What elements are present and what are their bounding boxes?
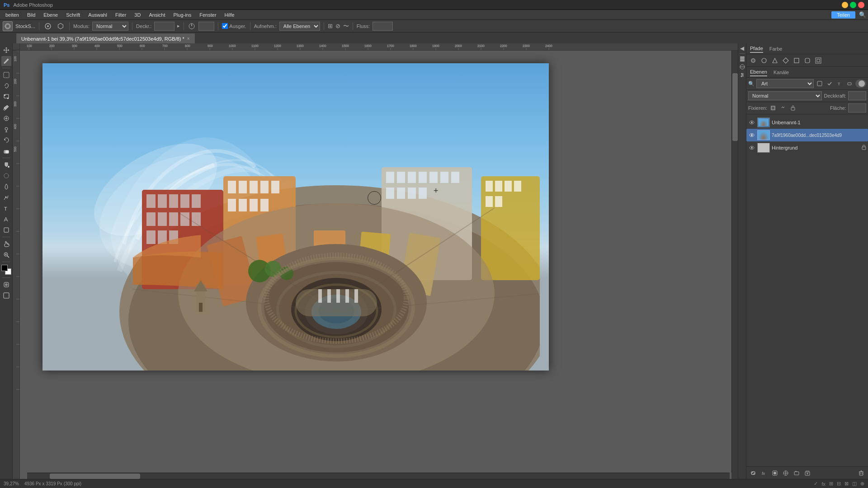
zoom-tool[interactable]	[1, 250, 11, 260]
tab-close-button[interactable]: ×	[187, 36, 190, 41]
menu-item-3d[interactable]: 3D	[131, 11, 144, 19]
fx-status-icon[interactable]: fx	[821, 481, 826, 487]
fx-btn[interactable]: fx	[759, 468, 769, 478]
healing-tool[interactable]	[1, 113, 11, 123]
fluss-input[interactable]: 100%	[373, 22, 393, 31]
eraser-tool[interactable]	[1, 146, 11, 156]
link-layers-btn[interactable]	[748, 468, 758, 478]
eyedropper-tool[interactable]	[1, 103, 11, 113]
search-icon[interactable]: 🔍	[859, 11, 866, 18]
adjustment-layer-btn[interactable]	[781, 468, 791, 478]
vertical-scrollbar[interactable]	[731, 51, 738, 473]
blur-tool[interactable]	[1, 171, 11, 181]
tab-ebenen[interactable]: Ebenen	[750, 68, 767, 76]
horizontal-scrollbar[interactable]	[27, 473, 730, 479]
rounded-rect-btn[interactable]	[802, 56, 812, 66]
layer-filter-icon4[interactable]	[845, 80, 854, 88]
collapse-panels-button[interactable]: ◀	[739, 45, 745, 52]
shape-tool[interactable]	[1, 225, 11, 235]
lasso-tool[interactable]	[1, 81, 11, 91]
quick-mask-tool[interactable]	[1, 280, 11, 290]
menu-item-hilfe[interactable]: Hilfe	[221, 11, 238, 19]
layer-item-1[interactable]: Unbenannt-1	[746, 116, 868, 129]
blend-mode-dropdown[interactable]: Normal Auflösen Abdunkeln Multiplizieren…	[748, 91, 822, 100]
rect-shape-btn[interactable]	[792, 56, 802, 66]
channels-icon-btn[interactable]	[739, 64, 745, 70]
crop-tool[interactable]	[1, 92, 11, 102]
brush-tool[interactable]	[1, 56, 11, 66]
mask-btn[interactable]	[770, 468, 780, 478]
path-select-tool[interactable]	[1, 214, 11, 224]
tab-kanale[interactable]: Kanäle	[774, 69, 789, 76]
delete-layer-btn[interactable]	[856, 468, 866, 478]
tab-farbe[interactable]: Farbe	[769, 45, 783, 52]
layer-filter-icon3[interactable]: T	[835, 80, 844, 88]
menu-item-ebene[interactable]: Ebene	[40, 11, 61, 19]
adjustment-icon-btn[interactable]	[739, 72, 745, 78]
document-tab[interactable]: Unbenannt-1 bei 39,3% (7a9f1960ae00dd9fc…	[16, 33, 195, 43]
menu-item-bild[interactable]: Bild	[24, 11, 39, 19]
correction-icon[interactable]: ✓	[814, 481, 818, 487]
layer-item-2[interactable]: 7a9f1960ae00dd...dec012503e4d9	[746, 129, 868, 141]
history-tool[interactable]	[1, 135, 11, 145]
aufnehm-dropdown[interactable]: Alle Ebenen Aktuelle Ebene	[279, 22, 320, 31]
hand-tool[interactable]	[1, 239, 11, 249]
tab-pfade[interactable]: Pfade	[750, 45, 763, 53]
layer-filter-icon1[interactable]	[816, 80, 824, 88]
status-icon-5[interactable]: ⊠	[844, 481, 849, 487]
layer-vis-btn-3[interactable]	[748, 144, 755, 151]
canvas-scroll-area[interactable]: +	[20, 51, 738, 479]
menu-item-auswahl[interactable]: Auswahl	[85, 11, 111, 19]
dodge-tool[interactable]	[1, 182, 11, 192]
modus-dropdown[interactable]: Normal Auflösen Abdunkeln	[92, 22, 128, 31]
maximize-button[interactable]	[850, 2, 856, 8]
deckr-input[interactable]: 100%	[154, 22, 175, 31]
new-frame-icon[interactable]: ⊞	[829, 481, 833, 487]
layer-item-3[interactable]: Hintergrund	[746, 141, 868, 154]
layer-filter-toggle[interactable]	[855, 80, 866, 88]
clone-tool[interactable]	[1, 124, 11, 134]
new-layer-btn-bottom[interactable]	[802, 468, 812, 478]
layer-filter-icon2[interactable]	[826, 80, 834, 88]
pen-tool[interactable]	[1, 192, 11, 202]
layer-vis-btn-1[interactable]	[748, 119, 755, 126]
status-icon-4[interactable]: ⊟	[837, 481, 841, 487]
new-layer-btn[interactable]	[748, 56, 758, 66]
circle-shape-btn[interactable]	[759, 56, 769, 66]
layer-vis-btn-2[interactable]	[748, 131, 755, 139]
lock-pos-btn[interactable]	[779, 104, 787, 112]
menu-item-fenster[interactable]: Fenster	[196, 11, 220, 19]
angle-input[interactable]: 0°	[198, 22, 214, 31]
screen-mode-tool[interactable]	[1, 291, 11, 300]
layer-filter-dropdown[interactable]: Art Name Effekt	[756, 79, 814, 88]
ausger-checkbox[interactable]: Ausger.	[222, 23, 246, 29]
lock-all-btn[interactable]	[789, 104, 797, 112]
close-button[interactable]	[858, 2, 864, 8]
menu-item-plugins[interactable]: Plug-ins	[170, 11, 195, 19]
h-scrollbar-thumb[interactable]	[50, 474, 140, 479]
symmetry-icon[interactable]: ⊞	[328, 23, 333, 29]
deckkraft-input[interactable]: 100%	[848, 91, 866, 100]
frame-btn[interactable]	[813, 56, 823, 66]
share-button[interactable]: Teilen	[831, 11, 855, 19]
canvas[interactable]: +	[42, 63, 549, 371]
group-layers-btn[interactable]	[792, 468, 802, 478]
move-tool[interactable]	[1, 45, 11, 55]
extra-options-icon[interactable]: ⊘	[335, 23, 340, 29]
diamond-shape-btn[interactable]	[781, 56, 791, 66]
layers-icon-btn[interactable]	[739, 56, 745, 62]
flaech-input[interactable]: 100%	[848, 103, 866, 113]
minimize-button[interactable]	[842, 2, 848, 8]
menu-item-schrift[interactable]: Schrift	[62, 11, 84, 19]
foreground-color-swatch[interactable]	[1, 265, 8, 271]
smudge-icon[interactable]: 〜	[343, 22, 349, 30]
status-icon-7[interactable]: ⊕	[860, 481, 864, 487]
selection-tool[interactable]	[1, 70, 11, 80]
text-tool[interactable]: T	[1, 203, 11, 213]
lock-pixels-btn[interactable]	[769, 104, 777, 112]
paint-bucket-tool[interactable]	[1, 160, 11, 170]
status-icon-6[interactable]: ◫	[852, 481, 857, 487]
menu-item-filter[interactable]: Filter	[112, 11, 130, 19]
color-swatch[interactable]	[1, 265, 11, 275]
menu-item-beiten[interactable]: beiten	[2, 11, 23, 19]
